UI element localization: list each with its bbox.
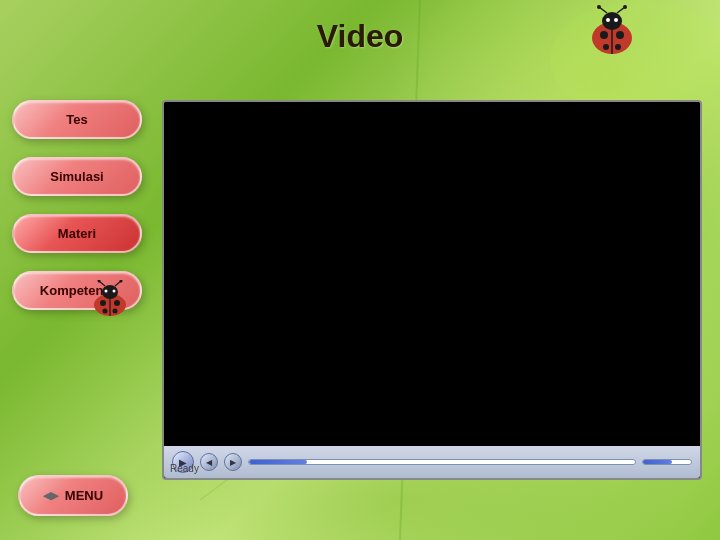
prev-icon: ◀ <box>206 458 212 467</box>
sidebar: Tes Simulasi Materi Kompetensi <box>12 100 142 310</box>
nav-tes-button[interactable]: Tes <box>12 100 142 139</box>
next-icon: ▶ <box>230 458 236 467</box>
svg-point-23 <box>114 300 120 306</box>
player-controls-bar: ▶ ◀ ▶ <box>164 446 700 478</box>
svg-point-13 <box>606 18 610 22</box>
svg-point-22 <box>100 300 106 306</box>
svg-point-25 <box>113 309 118 314</box>
next-button[interactable]: ▶ <box>224 453 242 471</box>
progress-bar[interactable] <box>248 459 636 465</box>
nav-materi-button[interactable]: Materi <box>12 214 142 253</box>
menu-button[interactable]: ◀▶ MENU <box>18 475 128 516</box>
player-status: Ready <box>170 463 199 474</box>
video-screen[interactable] <box>164 102 700 446</box>
menu-arrows-icon: ◀▶ <box>43 490 59 501</box>
svg-point-17 <box>597 5 601 9</box>
ladybug-top-decoration <box>585 5 640 55</box>
svg-point-14 <box>614 18 618 22</box>
svg-point-24 <box>103 309 108 314</box>
menu-label: MENU <box>65 488 103 503</box>
svg-point-10 <box>616 31 624 39</box>
svg-point-11 <box>603 44 609 50</box>
ladybug-side-decoration <box>90 280 130 316</box>
prev-button[interactable]: ◀ <box>200 453 218 471</box>
video-player: ▶ ◀ ▶ <box>162 100 702 480</box>
svg-point-18 <box>623 5 627 9</box>
svg-point-27 <box>113 290 116 293</box>
nav-simulasi-button[interactable]: Simulasi <box>12 157 142 196</box>
svg-point-12 <box>615 44 621 50</box>
volume-fill <box>643 460 672 464</box>
volume-slider[interactable] <box>642 459 692 465</box>
svg-point-26 <box>105 290 108 293</box>
progress-fill <box>249 460 307 464</box>
svg-point-9 <box>600 31 608 39</box>
